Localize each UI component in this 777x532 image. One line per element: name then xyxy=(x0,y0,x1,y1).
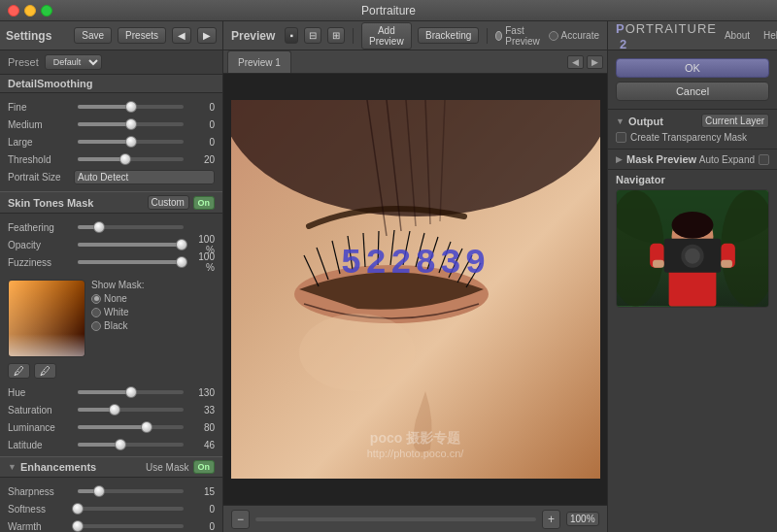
preview-tab-1-label: Preview 1 xyxy=(238,57,281,68)
luminance-label: Luminance xyxy=(8,422,74,433)
latitude-slider[interactable] xyxy=(78,443,184,447)
auto-expand-label: Auto Expand xyxy=(699,154,755,165)
skin-tones-on-badge[interactable]: On xyxy=(193,196,216,210)
bracketing-button[interactable]: Bracketing xyxy=(418,27,479,44)
create-transparency-row: Create Transparency Mask xyxy=(616,132,769,143)
prev-arrow[interactable]: ◀ xyxy=(567,55,584,69)
hue-label: Hue xyxy=(8,387,74,398)
feathering-label: Feathering xyxy=(8,222,74,233)
hue-slider[interactable] xyxy=(78,390,184,394)
watermark-sub: http://photo.poco.cn/ xyxy=(367,448,464,459)
undo-button[interactable]: ◀ xyxy=(172,27,191,44)
create-transparency-checkbox[interactable] xyxy=(616,132,626,143)
fast-preview-option[interactable]: Fast Preview xyxy=(495,25,543,47)
eyedropper-button-2[interactable]: 🖊 xyxy=(34,363,56,379)
split-view-button[interactable]: ⊟ xyxy=(304,27,321,44)
cancel-button[interactable]: Cancel xyxy=(616,82,769,101)
preview-image-container[interactable]: 522839 poco 摄影专题 http://photo.poco.cn/ xyxy=(223,74,607,505)
show-mask-panel: Show Mask: None White Black xyxy=(91,280,144,357)
navigator-thumbnail[interactable] xyxy=(616,189,769,308)
titlebar: Portraiture xyxy=(0,0,777,21)
preview-area: Preview 1 ◀ ▶ xyxy=(223,50,607,532)
minimize-button[interactable] xyxy=(24,5,36,17)
preview-tab-bar: Preview 1 ◀ ▶ xyxy=(223,50,607,74)
zoom-slider[interactable] xyxy=(255,517,536,521)
threshold-slider[interactable] xyxy=(78,157,184,161)
mask-white-radio[interactable]: White xyxy=(91,307,144,317)
presets-button[interactable]: Presets xyxy=(118,27,166,44)
redo-button[interactable]: ▶ xyxy=(197,27,217,44)
auto-expand-checkbox[interactable] xyxy=(759,154,769,165)
right-panel: PORTRAITURE 2 About Help OK Cancel ▼ Out… xyxy=(607,21,777,532)
mask-preview-label: Mask Preview xyxy=(626,153,699,165)
preset-row: Preset Default xyxy=(0,50,222,75)
medium-slider[interactable] xyxy=(78,122,184,126)
preview-tab-1[interactable]: Preview 1 xyxy=(227,50,291,73)
fuzziness-slider[interactable] xyxy=(78,260,184,264)
fine-value: 0 xyxy=(187,102,215,113)
latitude-slider-row: Latitude 46 xyxy=(8,437,215,452)
output-layer-select[interactable]: Current Layer xyxy=(701,114,769,128)
ok-button[interactable]: OK xyxy=(616,58,769,78)
hue-slider-row: Hue 130 xyxy=(8,384,215,400)
skin-tones-select[interactable]: Custom xyxy=(148,195,189,210)
softness-slider[interactable] xyxy=(78,507,184,511)
mask-none-radio-dot xyxy=(91,294,101,304)
multi-view-button[interactable]: ⊞ xyxy=(327,27,345,44)
warmth-slider[interactable] xyxy=(78,524,184,528)
eyedroppers: 🖊 🖊 xyxy=(0,361,222,381)
accurate-option[interactable]: Accurate xyxy=(549,30,599,41)
brand-title: PORTRAITURE 2 xyxy=(616,20,717,51)
middle-panel: Preview ▪ ⊟ ⊞ Add Preview Bracketing Fas… xyxy=(223,21,607,532)
enhancements-collapse-icon[interactable]: ▼ xyxy=(8,462,17,472)
saturation-value: 33 xyxy=(187,405,215,416)
add-preview-button[interactable]: Add Preview xyxy=(361,22,412,50)
save-button[interactable]: Save xyxy=(74,27,112,44)
opacity-slider[interactable] xyxy=(78,243,184,247)
threshold-slider-row: Threshold 20 xyxy=(8,151,215,167)
mask-preview-collapse-icon[interactable]: ▶ xyxy=(616,154,623,164)
portrait-size-row: Portrait Size Auto Detect xyxy=(8,170,215,184)
next-arrow[interactable]: ▶ xyxy=(587,55,603,69)
hsl-section: Hue 130 Saturation 33 Lumina xyxy=(0,381,222,456)
serial-number: 522839 xyxy=(341,244,490,283)
large-slider-row: Large 0 xyxy=(8,134,215,150)
show-mask-label: Show Mask: xyxy=(91,280,144,290)
accurate-radio[interactable] xyxy=(549,31,558,41)
close-button[interactable] xyxy=(8,5,19,17)
maximize-button[interactable] xyxy=(41,5,52,17)
medium-label: Medium xyxy=(8,119,74,130)
zoom-out-button[interactable]: − xyxy=(231,510,250,529)
fast-preview-radio[interactable] xyxy=(495,31,502,41)
help-button[interactable]: Help xyxy=(763,30,777,41)
sharpness-slider[interactable] xyxy=(78,489,184,493)
portrait-size-select[interactable]: Auto Detect xyxy=(74,170,215,184)
latitude-value: 46 xyxy=(187,440,215,450)
luminance-slider-row: Luminance 80 xyxy=(8,419,215,435)
navigator-label: Navigator xyxy=(616,174,769,185)
large-slider[interactable] xyxy=(78,140,184,144)
medium-slider-row: Medium 0 xyxy=(8,116,215,132)
zoom-select[interactable]: 100% 50% 200% xyxy=(566,512,599,526)
skin-tones-content: Feathering Opacity 100 % Fu xyxy=(0,214,222,276)
luminance-slider[interactable] xyxy=(78,425,184,429)
preset-select[interactable]: Default xyxy=(45,54,102,70)
output-header: ▼ Output Current Layer xyxy=(616,114,769,128)
zoom-in-button[interactable]: + xyxy=(542,510,560,529)
enhancements-on-badge[interactable]: On xyxy=(193,460,216,474)
about-button[interactable]: About xyxy=(725,30,750,41)
single-view-button[interactable]: ▪ xyxy=(285,27,298,44)
feathering-slider[interactable] xyxy=(78,225,184,229)
brand-number: 2 xyxy=(620,37,627,51)
color-swatch[interactable] xyxy=(8,280,85,357)
fast-preview-label: Fast Preview xyxy=(505,25,542,47)
mask-none-radio[interactable]: None xyxy=(91,293,144,304)
warmth-slider-row: Warmth 0 xyxy=(8,518,215,532)
saturation-slider[interactable] xyxy=(78,408,184,412)
eyedropper-button-1[interactable]: 🖊 xyxy=(8,363,30,379)
mask-black-radio[interactable]: Black xyxy=(91,320,144,331)
warmth-value: 0 xyxy=(187,521,215,532)
mask-white-label: White xyxy=(104,307,129,317)
output-collapse-icon[interactable]: ▼ xyxy=(616,116,625,126)
fine-slider[interactable] xyxy=(78,105,184,109)
